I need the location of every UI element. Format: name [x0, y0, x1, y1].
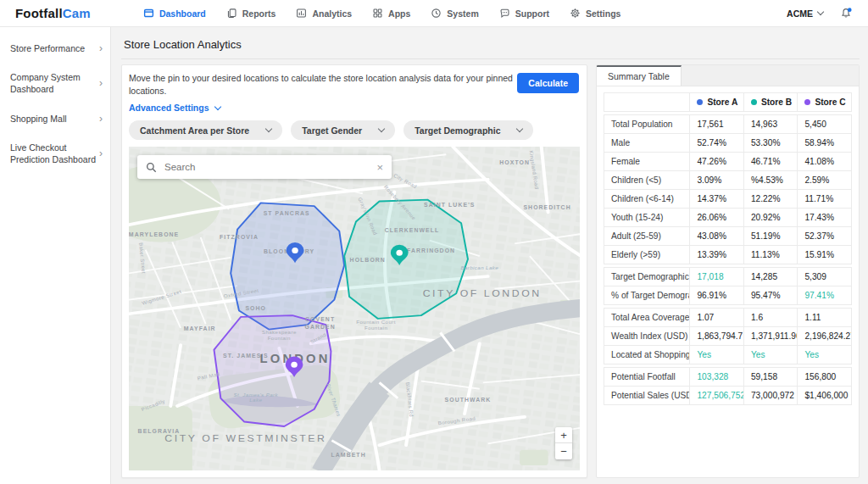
table-cell: %4.53% [743, 171, 798, 189]
nav-item-analytics[interactable]: Analytics [296, 8, 352, 19]
notifications-button[interactable] [840, 7, 853, 19]
filter-label: Target Gender [302, 125, 362, 136]
table-cell: 1.11 [797, 309, 851, 326]
table-cell: 15.91% [797, 246, 851, 264]
table-cell: 43.08% [689, 227, 743, 245]
table-row: Adult (25-59)43.08%51.19%52.37% [604, 226, 851, 245]
table-row: Children (<5)3.09%%4.53%2.59% [604, 170, 851, 189]
store-color-dot [697, 99, 703, 105]
table-cell: 156,800 [797, 368, 851, 386]
tab-summary-table[interactable]: Summary Table [597, 65, 682, 86]
table-group: Total Area Coverage (km²)1.071.61.11Weal… [604, 308, 852, 364]
table-cell: 41.08% [797, 153, 851, 170]
table-row: Potential Footfall103,32859,158156,800 [604, 368, 851, 386]
chevron-down-icon [265, 125, 272, 132]
table-cell: 127,506,752 [689, 387, 743, 404]
instruction-text: Move the pin to your desired locations t… [129, 72, 580, 97]
zoom-out-button[interactable]: − [555, 443, 572, 459]
table-cell: 97.41% [797, 287, 851, 304]
summary-table: Store AStore BStore CTotal Population17,… [597, 86, 859, 414]
map-district-label: FARRINGDON [407, 248, 455, 254]
nav-item-apps[interactable]: Apps [372, 8, 410, 19]
table-row: Elderly (>59)13.39%11.13%15.91% [604, 245, 851, 264]
table-cell: 2.59% [797, 171, 851, 189]
filter-label: Catchment Area per Store [140, 125, 249, 136]
row-label: Total Area Coverage (km²) [604, 309, 689, 326]
search-input[interactable] [164, 162, 369, 172]
table-cell: 12.22% [743, 190, 798, 208]
settings-icon [570, 8, 581, 19]
chevron-down-icon [516, 125, 523, 132]
map-minor-label: Barbican Lake [460, 265, 498, 270]
map-minor-label: Fountain [364, 325, 387, 331]
apps-icon [372, 8, 383, 19]
nav-item-settings[interactable]: Settings [570, 8, 620, 19]
map-district-label: COVENT [305, 317, 335, 323]
table-cell: 26.06% [689, 209, 743, 226]
sidebar-item-label: Company System Dashboard [10, 71, 96, 95]
table-header-group: Store AStore BStore C [604, 92, 852, 112]
chevron-down-icon [378, 125, 385, 132]
sidebar-item-store-performance[interactable]: Store Performance› [0, 34, 110, 63]
filter-pills: Catchment Area per StoreTarget GenderTar… [129, 120, 580, 140]
table-cell: Yes [743, 346, 798, 364]
map-zoom-controls: + − [555, 427, 572, 459]
footfallcam-logo[interactable]: FootfallCam [15, 6, 91, 20]
summary-panel: Summary Table Store AStore BStore CTotal… [596, 64, 860, 478]
map-district-label: FITZROVIA [220, 234, 259, 240]
table-cell: 46.71% [743, 153, 798, 170]
map-district-label: SOHO [245, 305, 266, 311]
table-cell: 96.91% [689, 287, 743, 304]
table-header-row: Store AStore BStore C [604, 93, 851, 111]
row-label: Potential Sales (USD) [604, 387, 689, 404]
top-navigation-bar: FootfallCam DashboardReportsAnalyticsApp… [0, 0, 868, 27]
map-container[interactable]: MARYLEBONESOMERS TOWNST PANCRASFITZROVIA… [129, 147, 580, 470]
table-row: Youth (15-24)26.06%20.92%17.43% [604, 208, 851, 226]
filter-label: Target Demographic [415, 125, 500, 136]
row-label: Wealth Index (USD) [604, 327, 689, 345]
filter-dropdown-catchment-area-per-store[interactable]: Catchment Area per Store [129, 120, 282, 140]
table-cell: 11.13% [743, 246, 798, 264]
filter-dropdown-target-gender[interactable]: Target Gender [291, 120, 395, 140]
chevron-right-icon: › [99, 43, 103, 53]
main-area: Store Location Analytics Move the pin to… [111, 27, 868, 484]
advanced-settings-label: Advanced Settings [129, 103, 209, 113]
calculate-button[interactable]: Calculate [517, 73, 579, 93]
table-cell: 1.07 [689, 309, 743, 326]
table-cell: 58.94% [797, 134, 851, 152]
column-header-store-c: Store C [797, 93, 851, 111]
pin-center-dot [396, 250, 402, 256]
logo-text-primary: Footfall [15, 6, 63, 20]
map-canvas[interactable]: MARYLEBONESOMERS TOWNST PANCRASFITZROVIA… [129, 147, 580, 470]
nav-item-system[interactable]: System [431, 8, 478, 19]
sidebar-item-company-system-dashboard[interactable]: Company System Dashboard› [0, 63, 110, 103]
table-row: Wealth Index (USD)1,863,794.71,371,911.9… [604, 326, 851, 345]
table-cell: 5,309 [797, 268, 851, 286]
table-group: Target Demographic17,01814,2855,309% of … [604, 267, 852, 305]
nav-item-reports[interactable]: Reports [226, 8, 276, 19]
table-cell: 13.39% [689, 246, 743, 264]
nav-item-dashboard[interactable]: Dashboard [143, 8, 206, 19]
table-row: Male52.74%53.30%58.94% [604, 133, 851, 152]
pin-center-dot [291, 362, 297, 368]
row-label: Potential Footfall [604, 368, 689, 386]
advanced-settings-link[interactable]: Advanced Settings [129, 103, 220, 113]
map-district-label: CITY OF WESTMINSTER [164, 432, 326, 444]
sidebar-item-live-checkout-prediction-dashboard[interactable]: Live Checkout Prediction Dashboard› [0, 133, 110, 174]
map-search-box: × [137, 155, 392, 179]
close-icon[interactable]: × [376, 162, 383, 173]
chevron-right-icon: › [99, 114, 103, 124]
table-cell: 103,328 [689, 368, 743, 386]
filter-dropdown-target-demographic[interactable]: Target Demographic [403, 120, 533, 140]
nav-item-support[interactable]: Support [499, 8, 549, 19]
zoom-in-button[interactable]: + [555, 427, 572, 443]
table-cell: Yes [797, 346, 851, 364]
sidebar-item-shopping-mall[interactable]: Shopping Mall› [0, 104, 110, 133]
table-cell: 95.47% [743, 287, 798, 304]
page-title: Store Location Analytics [121, 31, 860, 59]
row-label: Elderly (>59) [604, 246, 689, 264]
account-menu[interactable]: ACME [787, 8, 823, 19]
row-label: Youth (15-24) [604, 209, 689, 226]
map-district-label: LAMBETH [331, 453, 366, 459]
row-label: Target Demographic [604, 268, 689, 286]
